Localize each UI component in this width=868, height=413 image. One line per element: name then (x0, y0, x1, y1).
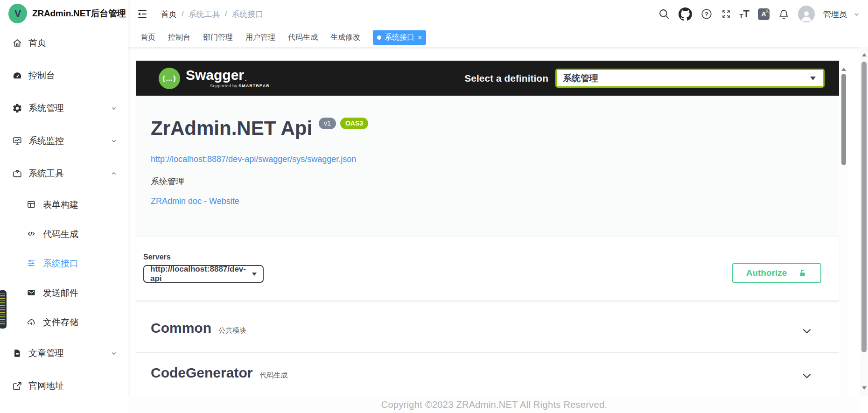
avatar[interactable] (798, 6, 815, 22)
api-section-codegenerator[interactable]: CodeGenerator 代码生成 (136, 353, 839, 395)
cloud-upload-icon (27, 317, 37, 328)
copyright-text: Copyright ©2023 ZRAdmin.NET All Rights R… (381, 399, 608, 410)
monitor-icon (12, 136, 22, 146)
github-icon[interactable] (679, 7, 692, 21)
fullscreen-icon[interactable] (721, 9, 731, 19)
translate-icon[interactable]: A 文 (758, 8, 770, 20)
swagger-topbar: {…} Swagger. Supported by SMARTBEAR Sele… (136, 61, 839, 96)
swagger-inner-scrollbar[interactable] (840, 65, 847, 396)
tab-home[interactable]: 首页 (140, 33, 155, 42)
form-icon (27, 200, 37, 210)
sidebar-item-label: 代码生成 (43, 228, 78, 240)
app-logo-row[interactable]: V ZRAdmin.NET后台管理 (0, 0, 128, 27)
chevron-down-icon[interactable] (801, 370, 813, 382)
browser-scrollbar[interactable] (860, 47, 868, 396)
external-link-icon (12, 381, 22, 391)
sidebar-item-system-tools[interactable]: 系统工具 (0, 157, 128, 190)
chevron-down-icon (110, 104, 118, 112)
section-name: CodeGenerator (151, 365, 252, 381)
chevron-up-icon (110, 169, 118, 178)
sidebar-item-form-builder[interactable]: 表单构建 (0, 190, 128, 219)
servers-label: Servers (143, 253, 264, 261)
tab-users[interactable]: 用户管理 (245, 33, 275, 42)
tab-system-api-active[interactable]: 系统接口 × (373, 30, 426, 45)
document-icon (12, 348, 22, 358)
username-label[interactable]: 管理员 (823, 9, 847, 20)
code-icon (27, 229, 37, 239)
sidebar-item-send-mail[interactable]: 发送邮件 (0, 278, 128, 308)
svg-text:?: ? (704, 11, 708, 18)
breadcrumb-home[interactable]: 首页 (161, 9, 177, 20)
sidebar-item-label: 表单构建 (43, 199, 78, 211)
font-size-small-letter: T (740, 13, 743, 19)
scroll-up-arrow-icon[interactable] (862, 53, 867, 56)
close-icon[interactable]: × (418, 34, 422, 42)
sidebar-item-file-storage[interactable]: 文件存储 (0, 308, 128, 337)
sidebar-item-label: 官网地址 (28, 380, 64, 392)
breadcrumb-separator: / (182, 9, 184, 19)
definition-select[interactable]: 系统管理 (555, 69, 825, 88)
sliders-icon (27, 259, 37, 269)
server-select[interactable]: http://localhost:8887/dev-api (143, 265, 264, 283)
sidebar-item-label: 控制台 (28, 70, 55, 82)
font-size-icon[interactable]: TT (740, 9, 749, 19)
swagger-brand-subtitle: Supported by SMARTBEAR (210, 84, 270, 88)
sidebar-item-label: 系统接口 (43, 258, 78, 270)
chevron-down-icon (252, 273, 257, 276)
spec-url-link[interactable]: http://localhost:8887/dev-api/swagger/sy… (151, 154, 356, 164)
sidebar-item-official-website[interactable]: 官网地址 (0, 370, 128, 402)
doc-website-link[interactable]: ZRAdmin doc - Website (151, 196, 239, 206)
api-section-common[interactable]: Common 公共模块 (136, 308, 839, 353)
breadcrumb-system-tools: 系统工具 (189, 9, 220, 20)
swagger-logo-glyph: {…} (162, 74, 176, 82)
chevron-down-icon[interactable] (801, 325, 813, 337)
bell-icon[interactable] (778, 8, 790, 20)
tab-console[interactable]: 控制台 (168, 33, 190, 42)
browser-scrollbar-thumb[interactable] (861, 62, 867, 352)
swagger-logo-icon: {…} (159, 68, 180, 89)
sidebar-item-label: 文件存储 (43, 316, 78, 329)
sidebar-menu: 首页 控制台 系统管理 系统监控 (0, 27, 128, 402)
breadcrumb-separator: / (225, 9, 227, 19)
sidebar-item-system-monitor[interactable]: 系统监控 (0, 125, 128, 157)
scheme-container: Servers http://localhost:8887/dev-api Au… (136, 237, 839, 301)
sidebar-item-system-management[interactable]: 系统管理 (0, 92, 128, 125)
oas3-badge: OAS3 (340, 118, 368, 129)
chevron-down-icon (110, 137, 118, 145)
sidebar-item-home[interactable]: 首页 (0, 27, 128, 59)
swagger-logo: {…} Swagger. Supported by SMARTBEAR (159, 68, 270, 89)
inner-scrollbar-thumb[interactable] (841, 74, 846, 165)
authorize-label: Authorize (746, 268, 787, 278)
help-icon[interactable]: ? (700, 8, 713, 20)
tab-code-generator[interactable]: 代码生成 (288, 33, 318, 42)
section-name: Common (151, 320, 211, 336)
edge-widget[interactable] (0, 290, 7, 329)
swagger-page: {…} Swagger. Supported by SMARTBEAR Sele… (128, 47, 860, 396)
sidebar-item-article-management[interactable]: 文章管理 (0, 337, 128, 370)
search-icon[interactable] (658, 8, 670, 20)
footer: Copyright ©2023 ZRAdmin.NET All Rights R… (128, 396, 860, 413)
authorize-button[interactable]: Authorize (732, 263, 821, 283)
active-tab-dot (377, 35, 381, 40)
server-select-value: http://localhost:8887/dev-api (150, 265, 252, 283)
translate-sub-letter: 文 (765, 8, 769, 14)
chevron-down-icon[interactable] (853, 10, 861, 18)
servers-block: Servers http://localhost:8887/dev-api (143, 253, 264, 283)
scroll-down-arrow-icon[interactable] (862, 386, 867, 390)
dashboard-icon (12, 70, 22, 81)
app-logo-letter: V (14, 7, 21, 20)
sidebar-collapse-button[interactable] (136, 8, 148, 20)
sidebar-item-code-generator[interactable]: 代码生成 (0, 219, 128, 249)
sidebar-item-system-api[interactable]: 系统接口 (0, 249, 128, 278)
app-title: ZRAdmin.NET后台管理 (32, 7, 126, 20)
tab-generate-modify[interactable]: 生成修改 (330, 33, 360, 42)
tags-view-bar: 首页 控制台 部门管理 用户管理 代码生成 生成修改 系统接口 × (128, 28, 868, 47)
definition-select-value: 系统管理 (563, 72, 598, 84)
scroll-up-arrow-icon[interactable] (841, 68, 846, 71)
edge-widget-stripes (0, 293, 5, 326)
tab-department[interactable]: 部门管理 (203, 33, 233, 42)
sidebar-item-dashboard[interactable]: 控制台 (0, 59, 128, 92)
sidebar-item-label: 发送邮件 (43, 287, 78, 299)
toolbox-icon (12, 168, 22, 179)
version-badge: v1 (319, 118, 336, 129)
